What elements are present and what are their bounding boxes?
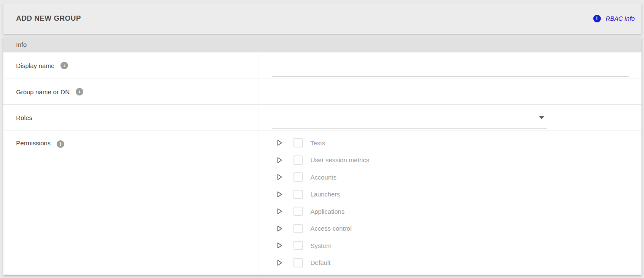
tree-item-label: Launchers	[310, 191, 340, 198]
form-card: Info Display name i Group name or DN i R…	[3, 37, 641, 275]
roles-label-cell: Roles	[3, 105, 258, 131]
expand-caret-icon[interactable]	[277, 157, 282, 164]
expand-caret-icon[interactable]	[277, 191, 282, 198]
tree-item-label: Accounts	[310, 174, 337, 181]
checkbox[interactable]	[293, 207, 303, 216]
expand-caret-icon[interactable]	[277, 242, 282, 249]
permissions-field-cell: Tests User session metrics Accounts Laun…	[258, 131, 641, 275]
expand-caret-icon[interactable]	[277, 139, 282, 146]
checkbox[interactable]	[293, 258, 303, 267]
roles-label: Roles	[16, 114, 32, 121]
tree-item-label: System	[310, 242, 332, 249]
panel-header: ADD NEW GROUP i RBAC Info	[3, 3, 641, 34]
tree-item-label: Default	[310, 259, 331, 266]
display-name-label-cell: Display name i	[3, 52, 258, 79]
form-row-group-name: Group name or DN i	[3, 79, 641, 105]
expand-caret-icon[interactable]	[277, 174, 282, 180]
tree-item-label: Applications	[310, 208, 345, 215]
group-name-label-cell: Group name or DN i	[3, 79, 258, 104]
permissions-label-cell: Permissions i	[3, 131, 258, 275]
expand-caret-icon[interactable]	[277, 225, 282, 232]
tree-item-applications[interactable]: Applications	[258, 203, 641, 220]
checkbox[interactable]	[293, 241, 303, 250]
tree-item-label: Access control	[310, 225, 352, 232]
info-icon: i	[593, 15, 601, 22]
form-row-permissions: Permissions i Tests User session metrics	[3, 131, 641, 275]
checkbox[interactable]	[293, 138, 303, 147]
permissions-tree: Tests User session metrics Accounts Laun…	[258, 131, 641, 271]
checkbox[interactable]	[293, 155, 303, 165]
checkbox[interactable]	[293, 224, 303, 233]
tree-item-label: User session metrics	[310, 156, 369, 164]
expand-caret-icon[interactable]	[277, 259, 282, 266]
rbac-info-label: RBAC Info	[606, 15, 635, 22]
display-name-input[interactable]	[272, 64, 629, 76]
form-row-display-name: Display name i	[3, 52, 641, 79]
tree-item-default[interactable]: Default	[258, 254, 641, 272]
tree-item-system[interactable]: System	[258, 237, 641, 254]
group-name-input[interactable]	[272, 90, 629, 102]
tree-item-access-control[interactable]: Access control	[258, 220, 641, 237]
add-new-group-page: { "header": { "title": "ADD NEW GROUP", …	[0, 0, 644, 278]
info-icon[interactable]: i	[76, 88, 83, 95]
tree-item-label: Tests	[310, 139, 325, 147]
checkbox[interactable]	[293, 172, 303, 182]
info-icon[interactable]: i	[60, 62, 68, 69]
tree-item-user-session-metrics[interactable]: User session metrics	[258, 152, 641, 169]
tree-item-tests[interactable]: Tests	[258, 134, 641, 152]
info-icon[interactable]: i	[57, 140, 64, 148]
tree-item-launchers[interactable]: Launchers	[258, 186, 641, 203]
rbac-info-link[interactable]: i RBAC Info	[593, 15, 635, 22]
roles-select[interactable]	[272, 116, 547, 128]
form-row-roles: Roles	[3, 105, 641, 131]
checkbox[interactable]	[293, 190, 303, 199]
permissions-label: Permissions	[16, 139, 51, 147]
section-title: Info	[16, 41, 27, 48]
chevron-down-icon[interactable]	[539, 116, 545, 119]
tree-item-accounts[interactable]: Accounts	[258, 169, 641, 186]
roles-field-cell	[258, 105, 641, 131]
expand-caret-icon[interactable]	[277, 208, 282, 215]
group-name-label: Group name or DN	[16, 88, 70, 95]
display-name-label: Display name	[16, 62, 55, 69]
page-title: ADD NEW GROUP	[16, 14, 81, 23]
group-name-field-cell	[258, 79, 641, 104]
display-name-field-cell	[258, 52, 641, 79]
section-header-info: Info	[3, 37, 641, 52]
